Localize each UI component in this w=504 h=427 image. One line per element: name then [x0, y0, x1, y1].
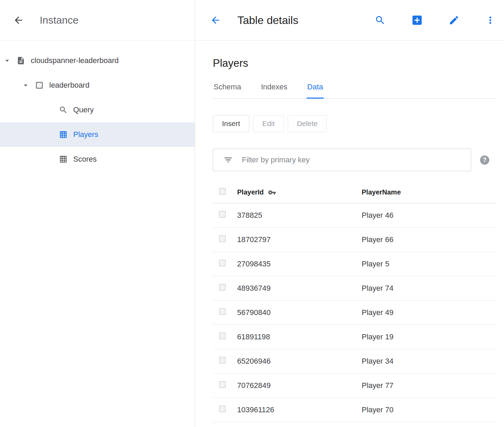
tree-item-leaderboard[interactable]: leaderboard: [0, 73, 195, 98]
tab-data[interactable]: Data: [307, 83, 324, 99]
filter-box: [213, 149, 471, 171]
row-checkbox[interactable]: [219, 211, 226, 218]
main-panel: Table details Players Schema Indexes Dat…: [195, 0, 504, 427]
table-row[interactable]: 65206946Player 34: [213, 349, 496, 374]
insert-button[interactable]: Insert: [213, 115, 249, 132]
column-header-playerid: PlayerId: [237, 188, 362, 197]
edit-button[interactable]: Edit: [253, 115, 284, 132]
tree-item-database[interactable]: cloudspanner-leaderboard: [0, 48, 195, 73]
players-data-table: PlayerId PlayerName 378825Player 4618702…: [213, 181, 496, 422]
player-name-cell: Player 74: [362, 284, 496, 293]
database-tree: cloudspanner-leaderboard leaderboard Que…: [0, 41, 195, 172]
data-table-body: 378825Player 4618702797Player 6627098435…: [213, 203, 496, 422]
add-box-icon[interactable]: [411, 14, 423, 26]
player-id-cell: 56790840: [237, 308, 362, 317]
player-name-cell: Player 49: [362, 308, 496, 317]
filter-primary-key-input[interactable]: [242, 155, 464, 164]
player-name-cell: Player 66: [362, 235, 496, 244]
row-checkbox[interactable]: [219, 284, 226, 291]
tree-item-label: Scores: [73, 155, 96, 164]
primary-key-icon: [268, 188, 276, 197]
back-arrow-icon[interactable]: [210, 15, 221, 26]
database-icon: [16, 56, 25, 65]
sidebar-header: Instance: [0, 0, 195, 41]
player-name-cell: Player 77: [362, 381, 496, 390]
caret-down-icon[interactable]: [3, 56, 12, 65]
tab-indexes[interactable]: Indexes: [260, 83, 288, 99]
tab-bar: Schema Indexes Data: [213, 83, 496, 99]
player-id-cell: 27098435: [237, 260, 362, 268]
player-name-cell: Player 46: [362, 211, 496, 220]
player-name-cell: Player 5: [362, 260, 496, 268]
table-row[interactable]: 70762849Player 77: [213, 374, 496, 398]
tree-item-label: cloudspanner-leaderboard: [31, 56, 119, 65]
sidebar: Instance cloudspanner-leaderboard leader…: [0, 0, 195, 427]
page-header-title: Table details: [237, 14, 298, 27]
sidebar-title: Instance: [40, 14, 78, 26]
tree-item-scores[interactable]: Scores: [0, 147, 195, 172]
row-checkbox[interactable]: [219, 357, 226, 364]
player-id-cell: 378825: [237, 211, 362, 220]
tree-item-label: Query: [73, 105, 94, 114]
player-id-cell: 61891198: [237, 332, 362, 341]
table-row[interactable]: 48936749Player 74: [213, 276, 496, 301]
row-checkbox[interactable]: [219, 405, 226, 412]
tree-item-label: leaderboard: [49, 81, 89, 90]
main-header: Table details: [195, 0, 504, 41]
back-arrow-icon[interactable]: [13, 15, 24, 26]
row-checkbox[interactable]: [219, 260, 226, 266]
schema-icon: [35, 81, 44, 90]
filter-row: [213, 149, 496, 171]
table-icon: [59, 155, 68, 164]
table-row[interactable]: 103961126Player 70: [213, 398, 496, 422]
player-name-cell: Player 34: [362, 357, 496, 366]
player-id-cell: 65206946: [237, 357, 362, 366]
player-id-cell: 70762849: [237, 381, 362, 390]
edit-pencil-icon[interactable]: [449, 15, 460, 26]
table-row[interactable]: 61891198Player 19: [213, 325, 496, 349]
row-checkbox[interactable]: [219, 235, 226, 242]
table-header-row: PlayerId PlayerName: [213, 181, 496, 203]
search-icon[interactable]: [375, 15, 386, 26]
table-row[interactable]: 378825Player 46: [213, 203, 496, 228]
row-checkbox[interactable]: [219, 332, 226, 339]
table-row[interactable]: 27098435Player 5: [213, 252, 496, 276]
header-actions: [375, 14, 496, 26]
player-name-cell: Player 70: [362, 405, 496, 414]
help-icon[interactable]: [480, 155, 489, 165]
select-all-checkbox[interactable]: [219, 188, 226, 195]
query-search-icon: [59, 105, 68, 114]
table-row[interactable]: 56790840Player 49: [213, 301, 496, 325]
player-name-cell: Player 19: [362, 332, 496, 341]
tree-item-players[interactable]: Players: [0, 122, 195, 147]
row-actions-toolbar: Insert Edit Delete: [213, 115, 496, 132]
tab-schema[interactable]: Schema: [213, 83, 242, 99]
player-id-cell: 48936749: [237, 284, 362, 293]
table-row[interactable]: 18702797Player 66: [213, 228, 496, 252]
row-checkbox[interactable]: [219, 381, 226, 388]
delete-button[interactable]: Delete: [288, 115, 327, 132]
tree-item-query[interactable]: Query: [0, 98, 195, 122]
page-title: Players: [213, 57, 496, 70]
table-details-content: Players Schema Indexes Data Insert Edit …: [195, 41, 504, 427]
row-checkbox[interactable]: [219, 308, 226, 315]
caret-down-icon[interactable]: [21, 81, 30, 90]
player-id-cell: 103961126: [237, 405, 362, 414]
table-icon: [59, 130, 68, 139]
tree-item-label: Players: [73, 130, 98, 139]
filter-list-icon: [223, 155, 233, 165]
column-header-playername: PlayerName: [362, 188, 496, 196]
more-vert-icon[interactable]: [485, 15, 496, 26]
player-id-cell: 18702797: [237, 235, 362, 244]
